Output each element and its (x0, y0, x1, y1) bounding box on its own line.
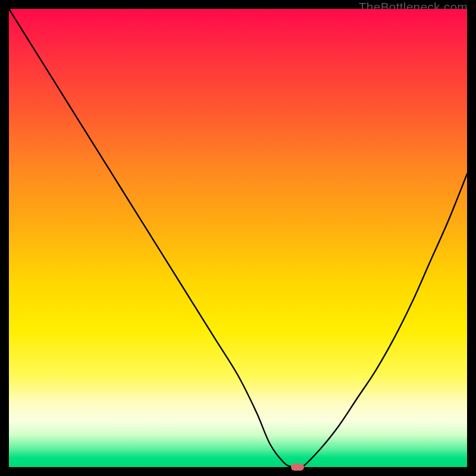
plot-area (9, 9, 467, 467)
bottleneck-curve-path (9, 9, 467, 467)
curve-svg (9, 9, 467, 467)
chart-container: TheBottleneck.com (0, 0, 476, 476)
optimal-marker (291, 464, 304, 471)
